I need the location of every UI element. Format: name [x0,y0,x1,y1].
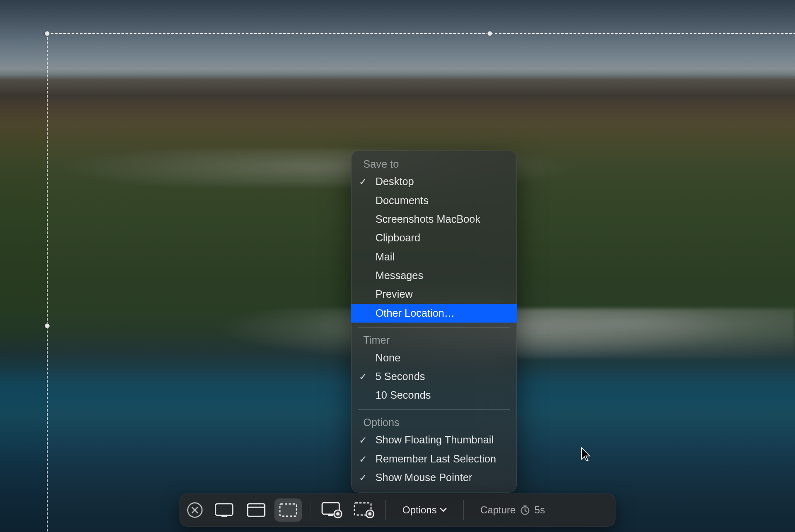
option-item[interactable]: ✓Show Floating Thumbnail [351,431,517,450]
toolbar-divider [463,500,464,520]
chevron-down-icon [440,508,447,512]
menu-separator [358,327,510,327]
screen-icon [215,503,234,517]
timer-item-label: 5 Seconds [363,371,425,383]
capture-entire-screen-button[interactable] [210,498,238,522]
menu-header-save-to: Save to [351,156,517,173]
capture-button[interactable]: Capture 5s [472,498,554,522]
toolbar-divider [310,500,310,520]
timer-item[interactable]: 10 Seconds [351,386,517,405]
menu-header-options: Options [351,414,517,431]
options-menu[interactable]: Save to ✓DesktopDocumentsScreenshots Mac… [351,151,517,493]
menu-separator [358,409,510,410]
record-selected-portion-button[interactable] [350,498,378,522]
svg-rect-2 [248,503,265,516]
record-selection-icon [353,502,374,518]
check-icon: ✓ [359,435,367,446]
save-to-item[interactable]: Mail [351,248,517,266]
save-to-item[interactable]: Other Location… [351,304,517,323]
svg-rect-0 [216,503,233,515]
option-item-label: Remember Last Selection [363,453,496,465]
check-icon: ✓ [359,454,367,465]
check-icon: ✓ [359,472,367,484]
options-label: Options [402,504,437,516]
save-to-item[interactable]: Documents [351,191,517,210]
close-button[interactable] [187,502,202,518]
toolbar-divider [385,500,386,520]
save-to-item-label: Preview [363,289,412,301]
option-item-label: Show Mouse Pointer [363,472,472,484]
svg-rect-6 [328,514,333,515]
save-to-item-label: Desktop [363,176,414,188]
check-icon: ✓ [359,176,367,188]
timer-icon [520,505,530,515]
timer-item-label: 10 Seconds [363,390,431,402]
capture-timer-value: 5s [535,504,545,516]
save-to-item[interactable]: Clipboard [351,229,517,248]
save-to-item-label: Mail [363,251,395,263]
save-to-item[interactable]: Screenshots MacBook [351,210,517,229]
timer-item-label: None [363,352,400,364]
option-item[interactable]: ✓Show Mouse Pointer [351,469,517,487]
save-to-item[interactable]: ✓Desktop [351,173,517,191]
timer-item[interactable]: None [351,349,517,367]
svg-rect-4 [280,504,296,516]
capture-selected-window-button[interactable] [242,498,270,522]
save-to-item[interactable]: Preview [351,285,517,304]
window-icon [247,503,265,517]
timer-item[interactable]: ✓5 Seconds [351,368,517,386]
option-item[interactable]: ✓Remember Last Selection [351,450,517,468]
check-icon: ✓ [359,371,367,383]
save-to-item-label: Other Location… [363,307,455,319]
options-button[interactable]: Options [394,498,455,522]
save-to-item-label: Clipboard [363,232,420,244]
save-to-item-label: Documents [363,195,428,207]
save-to-item[interactable]: Messages [351,267,517,285]
menu-header-timer: Timer [351,332,517,349]
option-item-label: Show Floating Thumbnail [363,434,494,446]
close-icon [191,506,199,514]
capture-selected-portion-button[interactable] [275,498,302,522]
svg-rect-1 [222,515,227,517]
record-entire-screen-button[interactable] [318,498,346,522]
save-to-item-label: Screenshots MacBook [363,214,480,226]
record-screen-icon [321,502,342,518]
selection-handle-mid-left[interactable] [45,323,50,328]
capture-label: Capture [480,504,516,516]
selection-icon [279,503,297,517]
screenshot-toolbar: Options Capture 5s [179,493,615,527]
save-to-item-label: Messages [363,270,423,282]
